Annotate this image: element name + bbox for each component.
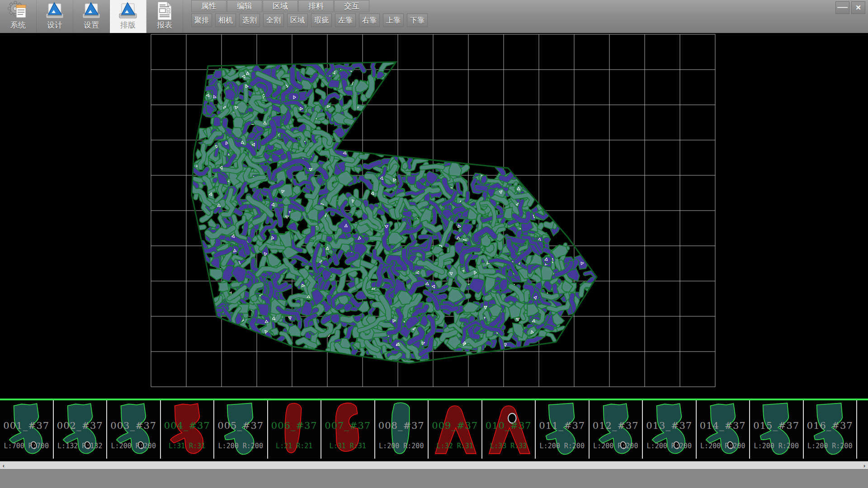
piece-thumbnail-13[interactable]: 013_#37L:200 R:200 xyxy=(643,400,697,459)
tool-button-0[interactable]: 聚排 xyxy=(191,14,212,27)
set-square-icon xyxy=(81,1,102,21)
piece-name: 016_#37 xyxy=(804,420,857,431)
set-square-icon xyxy=(44,1,65,21)
tool-button-4[interactable]: 区域 xyxy=(287,14,308,27)
big-button-label: 排版 xyxy=(120,21,136,30)
piece-name: 010_#37 xyxy=(482,420,535,431)
piece-lr-count: L:200 R:200 xyxy=(643,442,696,450)
big-button-3[interactable]: 排版 xyxy=(110,0,146,33)
piece-name: 001_#37 xyxy=(0,420,53,431)
nesting-canvas-viewport[interactable] xyxy=(0,33,868,399)
piece-thumbnail-12[interactable]: 012_#37L:200 R:200 xyxy=(590,400,643,459)
piece-lr-count: L:200 R:200 xyxy=(536,442,589,450)
piece-name: 007_#37 xyxy=(321,420,374,431)
piece-thumbnail-14[interactable]: 014_#37L:200 R:200 xyxy=(697,400,750,459)
menu-tab-3[interactable]: 排料 xyxy=(298,0,334,12)
menu-tab-4[interactable]: 交互 xyxy=(334,0,369,12)
menu-tab-0[interactable]: 属性 xyxy=(191,0,226,12)
piece-thumbnail-16[interactable]: 016_#37L:200 R:200 xyxy=(804,400,858,459)
piece-thumbnail-9[interactable]: 009_#37L:32 R:31 xyxy=(429,400,482,459)
minimize-icon: — xyxy=(837,3,848,11)
piece-lr-count: L:200 R:200 xyxy=(804,442,857,450)
title-toolbar: 系统设计设置排版报表 属性编辑区域排料交互 聚排相机选割全割区域瑕疵左靠右靠上靠… xyxy=(0,0,868,33)
piece-lr-count: L:32 R:31 xyxy=(429,442,481,450)
status-bar xyxy=(0,469,868,488)
tool-button-8[interactable]: 上靠 xyxy=(383,14,404,27)
piece-lr-count: L:33 R:33 xyxy=(482,442,535,450)
menu-tab-2[interactable]: 区域 xyxy=(263,0,298,12)
menu-area: 属性编辑区域排料交互 聚排相机选割全割区域瑕疵左靠右靠上靠下靠 xyxy=(191,0,836,33)
piece-name: 012_#37 xyxy=(590,420,642,431)
horizontal-scrollbar[interactable]: ‹ › xyxy=(0,461,868,469)
tool-button-3[interactable]: 全割 xyxy=(263,14,284,27)
menu-tab-row: 属性编辑区域排料交互 xyxy=(191,0,370,13)
big-button-bar: 系统设计设置排版报表 xyxy=(0,0,183,33)
piece-thumbnail-strip: 001_#37L:700 R:700002_#37L:132 R:132003_… xyxy=(0,399,868,461)
piece-lr-count: L:21 R:21 xyxy=(268,442,321,450)
big-button-2[interactable]: 设置 xyxy=(73,0,110,33)
piece-lr-count: L:132 R:132 xyxy=(54,442,107,450)
piece-thumbnail-2[interactable]: 002_#37L:132 R:132 xyxy=(54,400,108,459)
scroll-left-arrow-icon[interactable]: ‹ xyxy=(0,462,7,469)
piece-thumbnail-3[interactable]: 003_#37L:200 R:200 xyxy=(107,400,161,459)
piece-name: 0 xyxy=(857,420,868,431)
piece-thumbnail-10[interactable]: 010_#37L:33 R:33 xyxy=(482,400,536,459)
piece-thumbnail-list: 001_#37L:700 R:700002_#37L:132 R:132003_… xyxy=(0,400,868,459)
tool-button-5[interactable]: 瑕疵 xyxy=(311,14,332,27)
piece-lr-count: L:200 R:200 xyxy=(375,442,428,450)
big-button-4[interactable]: 报表 xyxy=(146,0,183,33)
piece-name: 002_#37 xyxy=(54,420,107,431)
piece-name: 013_#37 xyxy=(643,420,696,431)
nesting-layout-drawing xyxy=(0,33,868,399)
big-button-label: 设计 xyxy=(47,21,62,30)
piece-lr-count: L:200 R:200 xyxy=(214,442,267,450)
piece-lr-count: L:200 R:200 xyxy=(107,442,160,450)
piece-lr-count: L:200 R:200 xyxy=(590,442,642,450)
scroll-right-arrow-icon[interactable]: › xyxy=(861,462,868,469)
gear-report-icon xyxy=(8,1,28,21)
piece-name: 015_#37 xyxy=(750,420,803,431)
piece-lr-count: L:200 R:200 xyxy=(750,442,803,450)
big-button-label: 设置 xyxy=(84,21,99,30)
tool-button-1[interactable]: 相机 xyxy=(215,14,236,27)
piece-thumbnail-1[interactable]: 001_#37L:700 R:700 xyxy=(0,400,54,459)
piece-lr-count: L:31 R:31 xyxy=(161,442,214,450)
piece-name: 006_#37 xyxy=(268,420,321,431)
piece-thumbnail-11[interactable]: 011_#37L:200 R:200 xyxy=(536,400,590,459)
piece-thumbnail-4[interactable]: 004_#37L:31 R:31 xyxy=(161,400,215,459)
piece-lr-count: L:31 R:31 xyxy=(321,442,374,450)
tool-button-9[interactable]: 下靠 xyxy=(407,14,428,27)
piece-name: 008_#37 xyxy=(375,420,428,431)
piece-thumbnail-6[interactable]: 006_#37L:21 R:21 xyxy=(268,400,322,459)
piece-thumbnail-5[interactable]: 005_#37L:200 R:200 xyxy=(214,400,268,459)
piece-thumbnail-17[interactable]: 0L: xyxy=(857,400,868,459)
piece-thumbnail-8[interactable]: 008_#37L:200 R:200 xyxy=(375,400,429,459)
piece-thumbnail-7[interactable]: 007_#37L:31 R:31 xyxy=(321,400,375,459)
tool-button-row: 聚排相机选割全割区域瑕疵左靠右靠上靠下靠 xyxy=(191,14,431,28)
piece-lr-count: L: xyxy=(857,442,868,450)
piece-thumbnail-15[interactable]: 015_#37L:200 R:200 xyxy=(750,400,804,459)
menu-tab-1[interactable]: 编辑 xyxy=(227,0,262,12)
piece-name: 009_#37 xyxy=(429,420,481,431)
tool-button-7[interactable]: 右靠 xyxy=(359,14,380,27)
close-icon: ✕ xyxy=(855,4,861,12)
piece-name: 005_#37 xyxy=(214,420,267,431)
big-button-label: 报表 xyxy=(157,21,172,30)
window-close-button[interactable]: ✕ xyxy=(851,1,865,14)
report-document-icon xyxy=(155,1,174,21)
piece-name: 004_#37 xyxy=(161,420,214,431)
tool-button-2[interactable]: 选割 xyxy=(239,14,260,27)
big-button-label: 系统 xyxy=(10,21,26,30)
big-button-1[interactable]: 设计 xyxy=(37,0,73,33)
window-controls: — ✕ xyxy=(835,1,865,14)
big-button-0[interactable]: 系统 xyxy=(0,0,37,33)
window-minimize-button[interactable]: — xyxy=(835,1,849,14)
piece-lr-count: L:200 R:200 xyxy=(697,442,750,450)
tool-button-6[interactable]: 左靠 xyxy=(335,14,356,27)
piece-name: 014_#37 xyxy=(697,420,750,431)
piece-lr-count: L:700 R:700 xyxy=(0,442,53,450)
piece-name: 003_#37 xyxy=(107,420,160,431)
piece-name: 011_#37 xyxy=(536,420,589,431)
set-square-icon xyxy=(118,1,138,21)
